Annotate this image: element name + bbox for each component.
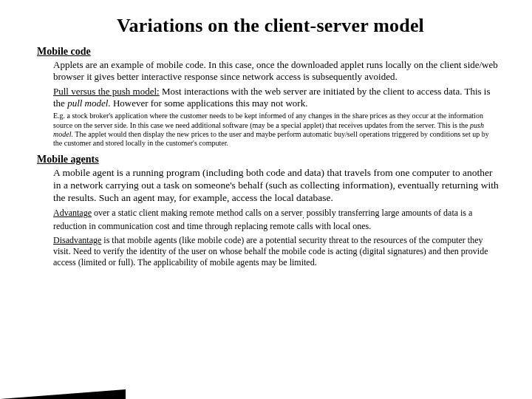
mobile-agents-heading: Mobile agents <box>37 154 499 166</box>
advantage-text-a: over a static client making remote metho… <box>92 208 303 218</box>
disadvantage-label: Disadvantage <box>53 235 101 245</box>
pull-model-italic: pull model. <box>67 98 111 109</box>
pull-push-lead: Pull versus the push model: <box>53 86 160 97</box>
mobile-code-paragraph-2: Pull versus the push model: Most interac… <box>53 86 499 109</box>
example-text-b: The applet would then display the new pr… <box>53 130 489 147</box>
example-text-a: E.g. a stock broker's application where … <box>53 112 483 129</box>
mobile-agents-paragraph-1: A mobile agent is a running program (inc… <box>53 167 499 205</box>
mobile-code-paragraph-1: Applets are an example of mobile code. I… <box>53 59 499 83</box>
slide: Variations on the client-server model Mo… <box>0 0 532 399</box>
slide-title: Variations on the client-server model <box>41 15 499 37</box>
disadvantage-text-a: is that mobile agents (like mobile code)… <box>53 235 488 267</box>
advantage-paragraph: Advantage over a static client making re… <box>53 208 499 232</box>
advantage-label: Advantage <box>53 208 92 218</box>
mobile-code-example: E.g. a stock broker's application where … <box>53 112 499 148</box>
disadvantage-paragraph: Disadvantage is that mobile agents (like… <box>53 235 499 268</box>
pull-push-text-b: However for some applications this may n… <box>111 98 308 109</box>
mobile-code-heading: Mobile code <box>37 46 499 58</box>
corner-triangle-decoration <box>0 389 126 399</box>
